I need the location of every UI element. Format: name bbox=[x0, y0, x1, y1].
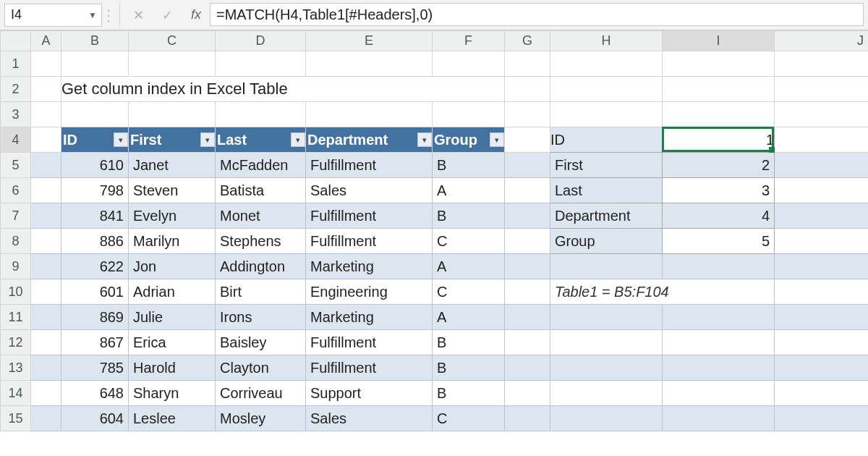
cell-dept[interactable]: Sales bbox=[306, 406, 433, 431]
cell-dept[interactable]: Sales bbox=[306, 178, 433, 203]
row-header[interactable]: 8 bbox=[1, 229, 31, 254]
row-header[interactable]: 12 bbox=[1, 330, 31, 355]
cell-last[interactable]: Batista bbox=[216, 178, 306, 203]
cell-first[interactable]: Steven bbox=[129, 178, 216, 203]
cell-dept[interactable]: Fulfillment bbox=[306, 355, 433, 381]
cell-grp[interactable]: B bbox=[433, 330, 505, 355]
cell-first[interactable]: Harold bbox=[129, 355, 216, 381]
cell-id[interactable]: 648 bbox=[61, 381, 129, 406]
cell-last[interactable]: McFadden bbox=[216, 153, 306, 178]
cell-grp[interactable]: A bbox=[433, 178, 505, 203]
worksheet[interactable]: A B C D E F G H I J 1 2 Get column index… bbox=[0, 30, 868, 431]
lookup-label[interactable]: Department bbox=[550, 203, 663, 229]
cell-id[interactable]: 610 bbox=[61, 153, 129, 178]
row-header[interactable]: 3 bbox=[1, 102, 31, 127]
row-header[interactable]: 15 bbox=[1, 406, 31, 431]
lookup-label[interactable]: Last bbox=[550, 178, 663, 203]
cell-first[interactable]: Erica bbox=[129, 330, 216, 355]
cell-first[interactable]: Adrian bbox=[129, 279, 216, 305]
formula-input[interactable]: =MATCH(H4,Table1[#Headers],0) bbox=[210, 3, 864, 26]
cell-first[interactable]: Sharyn bbox=[129, 381, 216, 406]
cell-first[interactable]: Jon bbox=[129, 254, 216, 279]
lookup-value[interactable]: 5 bbox=[663, 229, 775, 254]
cell-id[interactable]: 869 bbox=[61, 305, 129, 330]
table1-header-dept[interactable]: Department▾ bbox=[306, 127, 433, 153]
cell-dept[interactable]: Fulfillment bbox=[306, 229, 433, 254]
row-header[interactable]: 7 bbox=[1, 203, 31, 229]
select-all-corner[interactable] bbox=[1, 31, 31, 51]
filter-icon[interactable]: ▾ bbox=[490, 132, 504, 147]
col-header[interactable]: D bbox=[216, 31, 306, 51]
cell-dept[interactable]: Marketing bbox=[306, 305, 433, 330]
filter-icon[interactable]: ▾ bbox=[200, 132, 215, 147]
col-header[interactable]: C bbox=[129, 31, 216, 51]
cell-first[interactable]: Leslee bbox=[129, 406, 216, 431]
cell-grp[interactable]: B bbox=[433, 203, 505, 229]
table1-header-last[interactable]: Last▾ bbox=[216, 127, 306, 153]
lookup-value[interactable]: 2 bbox=[663, 153, 775, 178]
col-header[interactable]: J bbox=[775, 31, 869, 51]
col-header[interactable]: I bbox=[663, 31, 775, 51]
col-header[interactable]: G bbox=[505, 31, 550, 51]
cell-last[interactable]: Clayton bbox=[216, 355, 306, 381]
lookup-label[interactable]: First bbox=[550, 153, 663, 178]
enter-icon[interactable]: ✓ bbox=[159, 7, 175, 23]
cell-last[interactable]: Monet bbox=[216, 203, 306, 229]
row-header[interactable]: 4 bbox=[1, 127, 31, 153]
row-header[interactable]: 1 bbox=[1, 51, 31, 77]
cell-dept[interactable]: Fulfillment bbox=[306, 153, 433, 178]
cell-last[interactable]: Baisley bbox=[216, 330, 306, 355]
cell-grp[interactable]: B bbox=[433, 355, 505, 381]
col-header[interactable]: H bbox=[550, 31, 663, 51]
cell-id[interactable]: 785 bbox=[61, 355, 129, 381]
row-header[interactable]: 14 bbox=[1, 381, 31, 406]
lookup-value[interactable]: 4 bbox=[663, 203, 775, 229]
cell-first[interactable]: Julie bbox=[129, 305, 216, 330]
cell-grp[interactable]: B bbox=[433, 153, 505, 178]
cell-grp[interactable]: C bbox=[433, 406, 505, 431]
col-header[interactable]: E bbox=[306, 31, 433, 51]
cell-dept[interactable]: Marketing bbox=[306, 254, 433, 279]
cell-grp[interactable]: C bbox=[433, 279, 505, 305]
lookup-value[interactable]: 3 bbox=[663, 178, 775, 203]
row-header[interactable]: 10 bbox=[1, 279, 31, 305]
cell-first[interactable]: Janet bbox=[129, 153, 216, 178]
table1-header-id[interactable]: ID▾ bbox=[61, 127, 129, 153]
row-header[interactable]: 13 bbox=[1, 355, 31, 381]
cell-grp[interactable]: A bbox=[433, 305, 505, 330]
filter-icon[interactable]: ▾ bbox=[114, 132, 128, 147]
cell-last[interactable]: Mosley bbox=[216, 406, 306, 431]
cell-id[interactable]: 841 bbox=[61, 203, 129, 229]
row-header[interactable]: 11 bbox=[1, 305, 31, 330]
cell-id[interactable]: 886 bbox=[61, 229, 129, 254]
cell-id[interactable]: 798 bbox=[61, 178, 129, 203]
lookup-label[interactable]: ID bbox=[550, 127, 663, 153]
cell-last[interactable]: Corriveau bbox=[216, 381, 306, 406]
cell-dept[interactable]: Fulfillment bbox=[306, 203, 433, 229]
cell-grp[interactable]: A bbox=[433, 254, 505, 279]
filter-icon[interactable]: ▾ bbox=[291, 132, 305, 147]
table1-header-group[interactable]: Group▾ bbox=[433, 127, 505, 153]
cell-id[interactable]: 622 bbox=[61, 254, 129, 279]
cell-id[interactable]: 601 bbox=[61, 279, 129, 305]
cell-dept[interactable]: Fulfillment bbox=[306, 330, 433, 355]
fx-label[interactable]: fx bbox=[188, 7, 204, 22]
row-header[interactable]: 2 bbox=[1, 77, 31, 102]
cell-first[interactable]: Evelyn bbox=[129, 203, 216, 229]
chevron-down-icon[interactable]: ▼ bbox=[88, 10, 97, 20]
name-box[interactable]: I4 ▼ bbox=[4, 4, 102, 27]
col-header[interactable]: F bbox=[433, 31, 505, 51]
cell-last[interactable]: Irons bbox=[216, 305, 306, 330]
lookup-value[interactable]: 1 bbox=[663, 127, 775, 153]
filter-icon[interactable]: ▾ bbox=[417, 132, 432, 147]
cell-dept[interactable]: Engineering bbox=[306, 279, 433, 305]
cell-grp[interactable]: B bbox=[433, 381, 505, 406]
cell-last[interactable]: Addington bbox=[216, 254, 306, 279]
row-header[interactable]: 9 bbox=[1, 254, 31, 279]
col-header[interactable]: A bbox=[31, 31, 61, 51]
cell-last[interactable]: Birt bbox=[216, 279, 306, 305]
row-header[interactable]: 5 bbox=[1, 153, 31, 178]
cell-first[interactable]: Marilyn bbox=[129, 229, 216, 254]
cell-id[interactable]: 604 bbox=[61, 406, 129, 431]
cell-id[interactable]: 867 bbox=[61, 330, 129, 355]
